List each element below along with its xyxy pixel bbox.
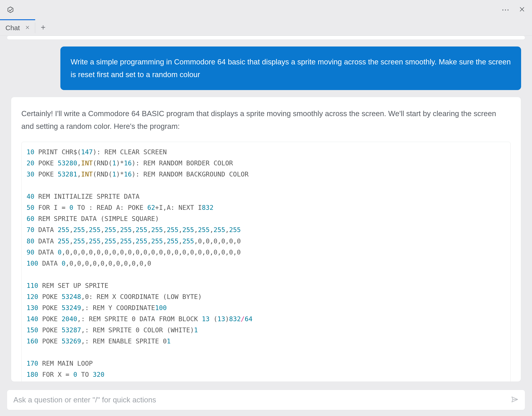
tab-add-button[interactable]: + bbox=[35, 23, 51, 32]
title-bar: ⋯ bbox=[0, 0, 532, 19]
tab-bar: Chat + bbox=[0, 19, 532, 36]
content-area: Write a simple programming in Commodore … bbox=[0, 36, 532, 416]
title-left bbox=[7, 6, 14, 13]
assistant-intro-text: Certainly! I'll write a Commodore 64 BAS… bbox=[21, 107, 511, 133]
user-message-text: Write a simple programming in Commodore … bbox=[71, 58, 511, 79]
assistant-message-card: Certainly! I'll write a Commodore 64 BAS… bbox=[11, 97, 521, 382]
more-icon[interactable]: ⋯ bbox=[502, 5, 510, 14]
chat-input[interactable] bbox=[13, 396, 511, 404]
tab-close-icon[interactable] bbox=[25, 24, 30, 31]
previous-card-edge bbox=[7, 36, 525, 40]
send-icon[interactable] bbox=[511, 396, 519, 404]
tab-label: Chat bbox=[5, 24, 20, 32]
input-bar bbox=[7, 390, 525, 410]
tab-chat[interactable]: Chat bbox=[0, 19, 35, 35]
code-block[interactable]: 10 PRINT CHR$(147): REM CLEAR SCREEN20 P… bbox=[21, 142, 511, 382]
user-message-bubble: Write a simple programming in Commodore … bbox=[60, 47, 521, 90]
app-icon bbox=[7, 6, 14, 13]
close-window-icon[interactable] bbox=[519, 6, 525, 13]
title-controls: ⋯ bbox=[502, 5, 525, 14]
svg-marker-0 bbox=[8, 7, 13, 12]
